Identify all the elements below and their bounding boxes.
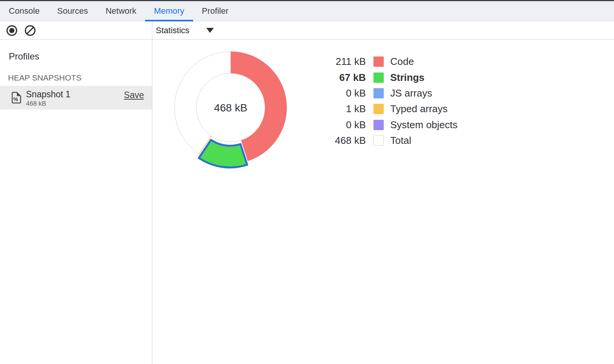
- memory-toolbar: [0, 21, 614, 40]
- legend-color-swatch: [373, 56, 384, 67]
- legend-label: System objects: [390, 119, 457, 131]
- tab-sources[interactable]: Sources: [48, 1, 97, 21]
- legend-color-swatch: [373, 120, 384, 130]
- legend-value: 0 kB: [309, 119, 366, 131]
- legend-color-swatch: [373, 88, 384, 98]
- clear-profiles-button[interactable]: [24, 24, 36, 37]
- tab-network[interactable]: Network: [97, 1, 145, 21]
- tab-console[interactable]: Console: [0, 1, 48, 21]
- legend-value: 67 kB: [309, 72, 366, 84]
- legend-row-system-objects[interactable]: 0 kBSystem objects: [309, 117, 457, 133]
- devtools-tabbar: Console Sources Network Memory Profiler: [0, 1, 614, 21]
- legend-value: 468 kB: [309, 135, 366, 147]
- legend-color-swatch: [373, 104, 384, 114]
- legend-label: Strings: [390, 72, 425, 84]
- legend-color-swatch: [373, 135, 384, 146]
- legend-label: Typed arrays: [390, 103, 448, 115]
- save-snapshot-link[interactable]: Save: [124, 90, 144, 100]
- sidebar-divider: [152, 21, 152, 364]
- svg-text:%: %: [13, 96, 18, 102]
- legend-label: Code: [390, 56, 414, 68]
- legend-row-js-arrays[interactable]: 0 kBJS arrays: [309, 85, 457, 101]
- legend-row-typed-arrays[interactable]: 1 kBTyped arrays: [309, 101, 457, 117]
- chart-legend: 211 kBCode67 kBStrings0 kBJS arrays1 kBT…: [309, 54, 457, 148]
- heap-snapshot-file-icon: %: [11, 92, 21, 104]
- legend-value: 211 kB: [309, 56, 366, 68]
- record-icon: [6, 24, 18, 37]
- legend-label: Total: [390, 135, 411, 147]
- tab-memory[interactable]: Memory: [145, 1, 193, 21]
- donut-center-label: 468 kB: [214, 102, 247, 114]
- legend-value: 1 kB: [309, 103, 366, 115]
- legend-label: JS arrays: [390, 87, 432, 99]
- donut-chart: 468 kB: [166, 43, 296, 172]
- sidebar-item-snapshot-1[interactable]: % Snapshot 1 468 kB Save: [0, 86, 152, 110]
- profiles-heading: Profiles: [9, 51, 39, 62]
- snapshot-size: 468 kB: [26, 100, 46, 108]
- tab-profiler[interactable]: Profiler: [193, 1, 238, 21]
- legend-value: 0 kB: [309, 87, 366, 99]
- clear-icon: [24, 24, 36, 37]
- legend-color-swatch: [373, 72, 384, 83]
- perspective-select[interactable]: Statistics: [156, 21, 214, 39]
- perspective-select-value: Statistics: [156, 26, 189, 35]
- legend-row-code[interactable]: 211 kBCode: [309, 54, 457, 69]
- chevron-down-icon: [206, 28, 214, 33]
- record-heap-snapshot-button[interactable]: [6, 24, 18, 37]
- legend-row-total: 468 kBTotal: [309, 133, 457, 148]
- legend-row-strings[interactable]: 67 kBStrings: [309, 69, 457, 85]
- snapshot-title: Snapshot 1: [26, 89, 70, 100]
- heap-snapshots-section-heading: HEAP SNAPSHOTS: [8, 73, 81, 82]
